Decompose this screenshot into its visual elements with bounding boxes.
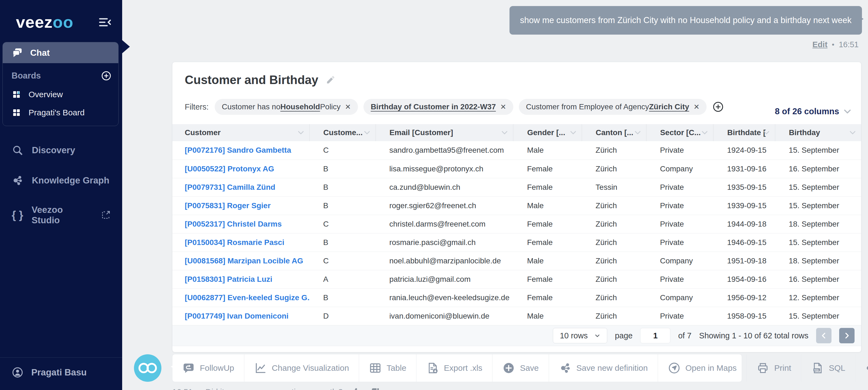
customer-link[interactable]: [P0158301] Patricia Luzi [185, 275, 272, 283]
chevron-down-icon[interactable] [568, 128, 578, 137]
customer-link[interactable]: [P0052317] Christel Darms [185, 220, 282, 228]
table-cell: B [309, 233, 375, 251]
table-cell: Company [646, 159, 713, 178]
column-header[interactable]: Customer [173, 124, 309, 141]
table-button[interactable]: Table [359, 354, 416, 382]
customer-link[interactable]: [U0050522] Protonyx AG [185, 164, 274, 173]
table-cell: C [309, 141, 375, 159]
remove-filter-icon[interactable]: ✕ [694, 103, 700, 111]
table-cell: Female [513, 233, 582, 251]
table-cell: 1954-09-16 [713, 270, 775, 289]
table-row: [U0081568] Marzipan Locible AGCnoel.abbu… [173, 251, 861, 270]
column-header[interactable]: Sector [C... [646, 124, 713, 141]
table-cell: Tessin [582, 178, 647, 197]
print-button[interactable]: Print [747, 354, 801, 382]
save-new-definition-icon [559, 362, 571, 374]
column-header[interactable]: Gender [... [513, 124, 582, 141]
filter-chips: Customer has no Household Policy✕Birthda… [215, 99, 707, 115]
user-account[interactable]: Pragati Basu [0, 357, 122, 390]
table-cell: B [309, 289, 375, 307]
export-xls-icon [426, 362, 439, 374]
table-cell: 16. September [775, 270, 861, 289]
table-cell: lisa.missegue@protonyx.ch [375, 159, 513, 178]
chevron-down-icon[interactable] [700, 128, 709, 137]
page-number-input[interactable] [640, 328, 670, 343]
table-cell: [P0150034] Rosmarie Pasci [173, 233, 309, 251]
chevron-down-icon[interactable] [296, 128, 306, 137]
add-board-icon[interactable] [101, 70, 112, 81]
table-cell: rosmarie.pasci@gmail.ch [375, 233, 513, 251]
chevron-down-icon [842, 106, 853, 117]
customer-link[interactable]: [U0081568] Marzipan Locible AG [185, 257, 303, 265]
user-question-bubble: show me customers from Zürich City with … [509, 6, 862, 35]
customer-link[interactable]: [U0062877] Even-keeled Sugize G... [185, 293, 309, 302]
table-cell: Zürich [582, 233, 647, 251]
save-button[interactable]: Save [493, 354, 549, 382]
rows-per-page-select[interactable]: 10 rows [553, 328, 607, 343]
columns-selector[interactable]: 8 of 26 columns [775, 106, 853, 117]
table-cell: Female [513, 159, 582, 178]
previous-page-button[interactable] [816, 328, 832, 343]
column-header[interactable]: Birthday [775, 124, 861, 141]
sql-icon: SQL [811, 362, 824, 374]
sidebar-item-board[interactable]: Pragati's Board [11, 108, 112, 118]
customer-link[interactable]: [P0017749] Ivan Domeniconi [185, 312, 288, 320]
export-xls-button[interactable]: Export .xls [416, 354, 493, 382]
table-cell: Zürich [582, 141, 647, 159]
chevron-down-icon[interactable] [500, 128, 509, 137]
external-link-icon[interactable] [100, 210, 111, 220]
customer-link[interactable]: [P0150034] Rosmarie Pasci [185, 238, 284, 247]
sidebar-item-chat[interactable]: Chat [3, 42, 118, 63]
chevron-down-icon[interactable] [362, 128, 372, 137]
customer-link[interactable]: [P0079731] Camilla Zünd [185, 183, 275, 191]
veezoo-avatar [134, 354, 161, 382]
table-cell: ivan.domeniconi@bluewin.de [375, 307, 513, 325]
sidebar-item-veezoo-studio[interactable]: { } Veezoo Studio [0, 205, 122, 226]
next-page-button[interactable] [839, 328, 855, 343]
share-button[interactable]: Share [856, 354, 868, 382]
followup-icon [182, 362, 195, 374]
chevron-down-icon[interactable] [633, 128, 642, 137]
add-filter-icon[interactable] [712, 101, 724, 113]
table-cell: Zürich [582, 251, 647, 270]
open-in-maps-button[interactable]: Open in Maps [658, 354, 747, 382]
sidebar-item-knowledge-graph[interactable]: Knowledge Graph [0, 174, 122, 186]
sql-button[interactable]: SQLSQL [801, 354, 856, 382]
column-header[interactable]: Birthdate [ [713, 124, 775, 141]
chevron-down-icon[interactable] [848, 128, 857, 137]
share-icon [865, 362, 868, 374]
column-header[interactable]: Canton [... [582, 124, 647, 141]
table-cell: 1958-09-15 [713, 307, 775, 325]
customer-link[interactable]: [P0072176] Sandro Gambetta [185, 146, 291, 154]
knowledge-graph-icon [11, 174, 24, 186]
save-new-definition-button[interactable]: Save new definition [549, 354, 658, 382]
table-cell: 1951-09-18 [713, 251, 775, 270]
table-row: [P0150034] Rosmarie PasciBrosmarie.pasci… [173, 233, 861, 251]
thumbs-down-icon[interactable] [369, 386, 380, 390]
table-cell: 15. September [775, 141, 861, 159]
chevron-down-icon[interactable] [762, 128, 771, 137]
column-header[interactable]: Custome... [309, 124, 375, 141]
thumbs-up-icon[interactable] [350, 386, 362, 390]
sidebar-expand-handle[interactable] [122, 40, 136, 53]
remove-filter-icon[interactable]: ✕ [500, 103, 506, 111]
column-header[interactable]: Email [Customer] [375, 124, 513, 141]
customer-link[interactable]: [P0075831] Roger Sgier [185, 201, 271, 210]
sidebar-collapse-icon[interactable] [98, 16, 112, 29]
remove-filter-icon[interactable]: ✕ [345, 103, 351, 111]
table-cell: B [309, 178, 375, 197]
table-cell: Female [513, 215, 582, 233]
veezoo-logo[interactable]: veezoo [16, 12, 73, 32]
followup-button[interactable]: FollowUp [173, 354, 244, 382]
table-row: [P0072176] Sandro GambettaCsandro.gambet… [173, 141, 861, 159]
table-cell: Zürich [582, 289, 647, 307]
table-row: [U0062877] Even-keeled Sugize G...Brania… [173, 289, 861, 307]
table-cell: Company [646, 251, 713, 270]
edit-question-link[interactable]: Edit [812, 40, 828, 49]
card-title: Customer and Birthday [185, 73, 318, 87]
sidebar-item-label: Knowledge Graph [32, 175, 109, 186]
sidebar-item-board[interactable]: Overview [11, 90, 112, 99]
change-visualization-button[interactable]: Change Visualization [244, 354, 359, 382]
edit-title-icon[interactable] [325, 74, 336, 85]
sidebar-item-discovery[interactable]: Discovery [0, 144, 122, 156]
